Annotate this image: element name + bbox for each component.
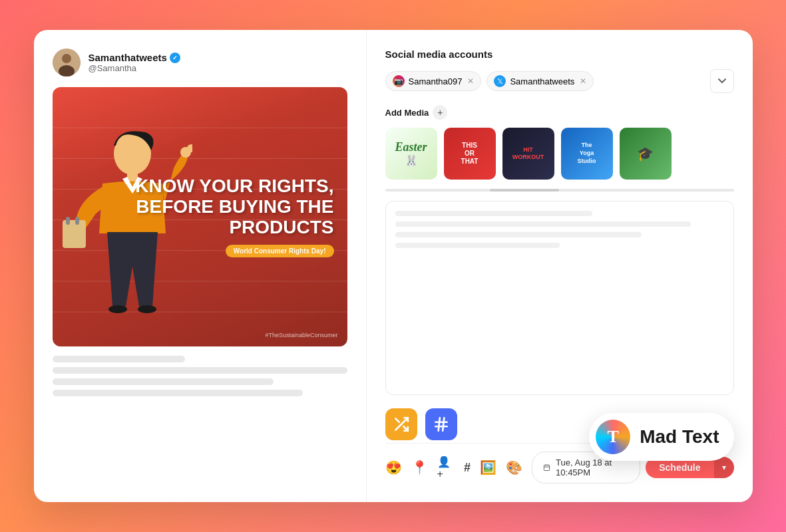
- svg-line-21: [438, 418, 439, 431]
- instagram-close-btn[interactable]: ✕: [467, 76, 474, 86]
- post-image: KNOW YOUR RIGHTS, BEFORE BUYING THE PROD…: [53, 87, 347, 346]
- placeholder-lines: [395, 211, 724, 248]
- profile-handle: @Samantha: [89, 63, 180, 73]
- profile-info: Samanthatweets ✓ @Samantha: [89, 52, 180, 73]
- post-title-text: KNOW YOUR RIGHTS, BEFORE BUYING THE PROD…: [66, 176, 334, 237]
- edit-icon[interactable]: 🎨: [506, 460, 522, 475]
- media-grid: Easter 🐰 THISORTHAT HITWORKOUT TheYogaSt…: [385, 128, 734, 180]
- avatar: [53, 49, 81, 76]
- profile-name: Samanthatweets ✓: [89, 52, 180, 63]
- placeholder-line-1: [395, 211, 592, 216]
- username-text: Samanthatweets: [89, 52, 167, 63]
- add-media-label: Add Media: [385, 108, 429, 118]
- placeholder-line-3: [395, 232, 642, 237]
- instagram-account-name: Samantha097: [409, 76, 463, 86]
- scroll-indicator: [385, 189, 734, 192]
- add-media-button[interactable]: +: [433, 105, 447, 120]
- text-line-2: [53, 367, 347, 374]
- accounts-row: 📷 Samantha097 ✕ 𝕏 Samanthatweets ✕: [385, 69, 734, 93]
- schedule-dropdown-btn[interactable]: ▾: [714, 457, 734, 478]
- svg-rect-23: [544, 465, 549, 470]
- instagram-icon: 📷: [393, 75, 405, 87]
- svg-line-22: [443, 418, 444, 431]
- media-thumb-4[interactable]: TheYogaStudio: [561, 128, 613, 180]
- text-area[interactable]: [385, 201, 734, 395]
- location-icon[interactable]: 📍: [411, 460, 428, 475]
- mention-icon[interactable]: 👤+: [437, 456, 455, 480]
- mad-text-logo: T: [596, 420, 630, 454]
- twitter-account-tag[interactable]: 𝕏 Samanthatweets ✕: [487, 71, 594, 91]
- profile-header: Samanthatweets ✓ @Samantha: [53, 49, 347, 76]
- placeholder-line-4: [395, 243, 560, 248]
- emoji-icon[interactable]: 😍: [385, 460, 402, 475]
- text-line-1: [53, 356, 185, 362]
- post-image-overlay: KNOW YOUR RIGHTS, BEFORE BUYING THE PROD…: [53, 87, 347, 346]
- text-line-4: [53, 390, 303, 396]
- shuffle-icon-box[interactable]: [385, 408, 417, 440]
- media-thumb-2[interactable]: THISORTHAT: [444, 128, 496, 180]
- twitter-account-name: Samanthatweets: [510, 76, 574, 86]
- left-panel: Samanthatweets ✓ @Samantha: [34, 30, 367, 502]
- post-subtitle-text: World Consumer Rights Day!: [226, 245, 334, 257]
- mad-text-logo-letter: T: [608, 427, 619, 447]
- twitter-close-btn[interactable]: ✕: [580, 76, 586, 86]
- post-hashtag: #TheSustainableConsumer: [265, 332, 337, 338]
- section-title: Social media accounts: [385, 49, 734, 60]
- mad-text-popup[interactable]: T Mad Text: [589, 413, 733, 461]
- twitter-icon: 𝕏: [494, 75, 506, 87]
- placeholder-line-2: [395, 221, 691, 227]
- main-card: Samanthatweets ✓ @Samantha: [34, 30, 753, 502]
- image-icon[interactable]: 🖼️: [480, 460, 496, 475]
- hashtag-icon-box[interactable]: [425, 408, 457, 440]
- hashtag-toolbar-icon[interactable]: #: [464, 461, 471, 475]
- text-lines-below: [53, 356, 347, 396]
- media-thumb-1[interactable]: Easter 🐰: [385, 128, 437, 180]
- text-line-3: [53, 378, 274, 385]
- mad-text-label: Mad Text: [640, 426, 719, 448]
- instagram-account-tag[interactable]: 📷 Samantha097 ✕: [385, 71, 482, 91]
- accounts-dropdown-btn[interactable]: [710, 69, 734, 93]
- verified-icon: ✓: [170, 53, 180, 63]
- add-media-row: Add Media +: [385, 105, 734, 120]
- media-thumb-5[interactable]: 🎓: [620, 128, 672, 180]
- svg-point-1: [62, 54, 71, 63]
- media-thumb-3[interactable]: HITWORKOUT: [502, 128, 554, 180]
